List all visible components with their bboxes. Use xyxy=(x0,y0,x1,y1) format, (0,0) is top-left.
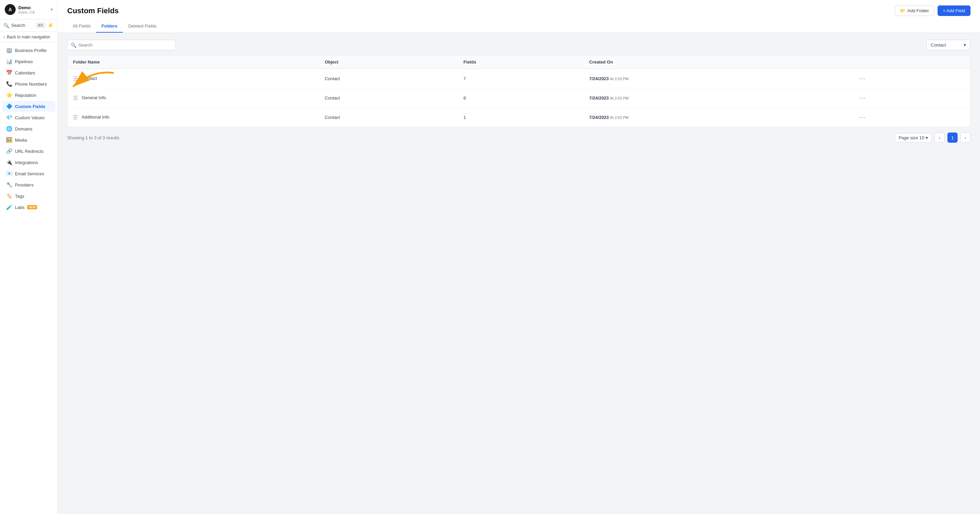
toolbar: 🔍 Contact ▾ xyxy=(67,40,970,50)
domains-icon: 🌐 xyxy=(6,126,12,132)
tab-all-fields[interactable]: All Fields xyxy=(67,20,96,33)
sidebar-item-providers[interactable]: 🔧 Providers xyxy=(2,179,55,190)
search-input[interactable] xyxy=(67,40,176,50)
integrations-icon: 🔌 xyxy=(6,159,12,166)
business-profile-icon: 🏢 xyxy=(6,47,12,53)
back-arrow-icon: ‹ xyxy=(3,34,5,40)
chevron-down-icon: ▾ xyxy=(51,7,52,12)
reputation-icon: ⭐ xyxy=(6,92,12,98)
tab-folders[interactable]: Folders xyxy=(96,20,123,33)
custom-values-label: Custom Values xyxy=(15,115,45,120)
main-content: Custom Fields 📁 Add Folder + Add Field A… xyxy=(58,0,980,514)
labs-badge: new xyxy=(27,205,37,209)
next-page-button[interactable]: › xyxy=(960,132,970,143)
more-menu-button-0[interactable]: ⋯ xyxy=(856,73,868,83)
lightning-icon: ⚡ xyxy=(47,22,54,29)
custom-values-icon: 💎 xyxy=(6,115,12,121)
integrations-label: Integrations xyxy=(15,160,38,165)
sidebar-item-email-services[interactable]: 📧 Email Services xyxy=(2,168,55,179)
page-1-button[interactable]: 1 xyxy=(947,132,958,143)
reputation-label: Reputation xyxy=(15,93,37,98)
sidebar: A Demo Irvine, CA ▾ 🔍 Search ⌘K ⚡ ‹ Back… xyxy=(0,0,58,514)
add-field-button[interactable]: + Add Field xyxy=(937,5,970,16)
page-header: Custom Fields 📁 Add Folder + Add Field A… xyxy=(58,0,980,33)
providers-label: Providers xyxy=(15,182,33,188)
page-size-chevron-icon: ▾ xyxy=(926,135,928,140)
table-row: ☰ Contact Contact 7 7/24/2023 At 2:03 PM… xyxy=(68,69,970,88)
custom-fields-label: Custom Fields xyxy=(15,104,46,109)
business-profile-label: Business Profile xyxy=(15,48,46,53)
table-row: ☰ General Info Contact 8 7/24/2023 At 2:… xyxy=(68,88,970,108)
col-folder-name: Folder Name xyxy=(68,55,319,69)
search-wrapper: 🔍 xyxy=(67,40,176,50)
cell-object-2: Contact xyxy=(319,108,458,127)
cell-object-1: Contact xyxy=(319,88,458,108)
object-filter-select[interactable]: Contact ▾ xyxy=(926,40,970,50)
sidebar-item-custom-fields[interactable]: 🔷 Custom Fields xyxy=(2,101,55,112)
sidebar-item-tags[interactable]: 🏷️ Tags xyxy=(2,191,55,201)
table-row: ☰ Additional Info Contact 1 7/24/2023 At… xyxy=(68,108,970,127)
search-icon: 🔍 xyxy=(3,23,9,28)
account-switcher[interactable]: A Demo Irvine, CA ▾ xyxy=(0,0,57,19)
cell-created-0: 7/24/2023 At 2:03 PM xyxy=(584,69,851,88)
phone-numbers-icon: 📞 xyxy=(6,81,12,87)
media-label: Media xyxy=(15,137,27,143)
sidebar-item-media[interactable]: 🖼️ Media xyxy=(2,134,55,145)
cell-created-2: 7/24/2023 At 2:03 PM xyxy=(584,108,851,127)
tab-deleted-fields[interactable]: Deleted Fields xyxy=(123,20,162,33)
sidebar-item-calendars[interactable]: 📅 Calendars xyxy=(2,67,55,78)
more-menu-button-2[interactable]: ⋯ xyxy=(856,112,868,122)
cell-fields-1: 8 xyxy=(458,88,584,108)
account-name: Demo xyxy=(18,5,48,10)
labs-icon: 🧪 xyxy=(6,204,12,210)
more-menu-button-1[interactable]: ⋯ xyxy=(856,93,868,103)
cell-more-2: ⋯ xyxy=(851,108,970,127)
add-folder-button[interactable]: 📁 Add Folder xyxy=(895,5,934,16)
sidebar-item-pipelines[interactable]: 📊 Pipelines xyxy=(2,56,55,67)
prev-page-button[interactable]: ‹ xyxy=(934,132,945,143)
cell-folder-name-0: ☰ Contact xyxy=(68,69,319,88)
col-created-on: Created On xyxy=(584,55,851,69)
account-info: Demo Irvine, CA xyxy=(18,5,48,14)
sidebar-item-labs[interactable]: 🧪 Labs new xyxy=(2,202,55,213)
search-button[interactable]: 🔍 Search ⌘K ⚡ xyxy=(0,19,57,32)
cell-fields-0: 7 xyxy=(458,69,584,88)
sidebar-item-url-redirects[interactable]: 🔗 URL Redirects xyxy=(2,146,55,156)
sidebar-item-domains[interactable]: 🌐 Domains xyxy=(2,123,55,134)
pipelines-icon: 📊 xyxy=(6,58,12,65)
labs-label: Labs xyxy=(15,205,24,210)
page-size-label: Page size xyxy=(899,135,918,140)
drag-icon-1: ☰ xyxy=(73,95,78,101)
header-actions: 📁 Add Folder + Add Field xyxy=(895,5,970,16)
drag-icon-0: ☰ xyxy=(73,76,78,81)
cell-created-1: 7/24/2023 At 2:03 PM xyxy=(584,88,851,108)
search-input-icon: 🔍 xyxy=(71,43,76,48)
back-to-main-navigation[interactable]: ‹ Back to main navigation xyxy=(0,32,57,43)
search-shortcut: ⌘K xyxy=(36,23,45,28)
calendars-icon: 📅 xyxy=(6,70,12,76)
cell-folder-name-1: ☰ General Info xyxy=(68,88,319,108)
table-header-row: Folder Name Object Fields Created On xyxy=(68,55,970,69)
back-nav-label: Back to main navigation xyxy=(7,35,50,40)
content-area: 🔍 Contact ▾ Folder Name Object Fields Cr… xyxy=(58,33,980,514)
url-redirects-icon: 🔗 xyxy=(6,148,12,154)
pagination-controls: Page size 10 ▾ ‹ 1 › xyxy=(895,132,970,143)
cell-more-0: ⋯ xyxy=(851,69,970,88)
page-size-select[interactable]: Page size 10 ▾ xyxy=(895,133,932,142)
sidebar-item-integrations[interactable]: 🔌 Integrations xyxy=(2,157,55,168)
tabs: All FieldsFoldersDeleted Fields xyxy=(67,20,970,33)
add-folder-icon: 📁 xyxy=(900,8,905,13)
sidebar-navigation: 🏢 Business Profile 📊 Pipelines 📅 Calenda… xyxy=(0,43,57,514)
sidebar-item-reputation[interactable]: ⭐ Reputation xyxy=(2,90,55,101)
cell-folder-name-2: ☰ Additional Info xyxy=(68,108,319,127)
pagination-row: Showing 1 to 3 of 3 results Page size 10… xyxy=(67,132,970,143)
sidebar-item-phone-numbers[interactable]: 📞 Phone Numbers xyxy=(2,78,55,89)
media-icon: 🖼️ xyxy=(6,137,12,143)
cell-more-1: ⋯ xyxy=(851,88,970,108)
folders-table: Folder Name Object Fields Created On ☰ C… xyxy=(67,55,970,127)
cell-fields-2: 1 xyxy=(458,108,584,127)
domains-label: Domains xyxy=(15,126,32,131)
sidebar-item-custom-values[interactable]: 💎 Custom Values xyxy=(2,112,55,123)
sidebar-item-business-profile[interactable]: 🏢 Business Profile xyxy=(2,45,55,56)
search-label: Search xyxy=(11,23,34,28)
